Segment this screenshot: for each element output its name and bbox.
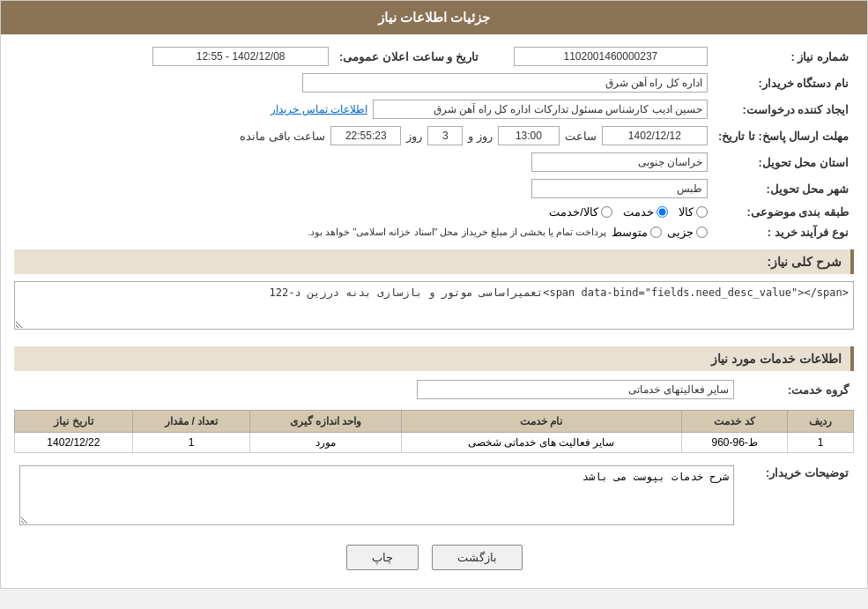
col-service-code: کد خدمت (681, 411, 787, 433)
page-header: جزئیات اطلاعات نیاز (1, 1, 867, 34)
province-label: استان محل تحویل: (713, 149, 854, 175)
purchase-mottavasset[interactable]: متوسط (612, 226, 662, 239)
announce-date-label: تاریخ و ساعت اعلان عمومی: (334, 43, 484, 70)
cell-need-date: 1402/12/22 (15, 433, 133, 453)
category-label: طبقه بندی موضوعی: (713, 202, 854, 222)
contact-link[interactable]: اطلاعات تماس خریدار (271, 103, 367, 115)
col-need-date: تاریخ نیاز (15, 411, 133, 433)
need-number-input[interactable] (514, 47, 708, 66)
remaining-days-input[interactable] (427, 126, 463, 145)
col-quantity: تعداد / مقدار (132, 411, 250, 433)
need-desc-textarea[interactable]: <span data-bind="fields.need_desc_value"… (14, 281, 854, 330)
service-group-input[interactable] (417, 380, 734, 399)
deadline-time-input[interactable] (498, 126, 560, 145)
cell-service-name: سایر فعالیت های خدماتی شخصی (401, 433, 681, 453)
back-button[interactable]: بازگشت (432, 545, 523, 570)
city-input[interactable] (531, 179, 708, 198)
category-kala[interactable]: کالا (679, 205, 708, 219)
page-title: جزئیات اطلاعات نیاز (378, 10, 490, 25)
category-kala-khedmat[interactable]: کالا/خدمت (549, 205, 612, 219)
buyer-org-label: نام دستگاه خریدار: (713, 70, 854, 96)
announce-date-input[interactable] (152, 47, 329, 66)
buyer-org-input[interactable] (302, 73, 708, 93)
days-word: روز (406, 130, 422, 143)
need-desc-label: شرح کلی نیاز: (768, 255, 842, 269)
col-service-name: نام خدمت (401, 411, 681, 433)
button-row: بازگشت چاپ (14, 531, 854, 579)
col-rownum: ردیف (788, 411, 854, 433)
buyer-desc-label: توضیحات خریدار: (739, 462, 854, 531)
cell-quantity: 1 (132, 433, 250, 453)
need-desc-section: شرح کلی نیاز: (14, 249, 854, 274)
table-row: 1 ط-96-960 سایر فعالیت های خدماتی شخصی م… (15, 433, 854, 453)
purchase-type-label: نوع فرآیند خرید : (713, 222, 854, 242)
services-section: اطلاعات خدمات مورد نیاز (14, 346, 854, 371)
creator-input[interactable] (373, 100, 708, 119)
province-input[interactable] (531, 152, 708, 172)
print-button[interactable]: چاپ (346, 545, 419, 570)
creator-label: ایجاد کننده درخواست: (713, 96, 854, 123)
days-label: روز و (468, 130, 493, 143)
col-unit: واحد اندازه گیری (250, 411, 401, 433)
deadline-date-input[interactable] (602, 126, 708, 145)
time-label: ساعت (565, 130, 597, 143)
remaining-label: ساعت باقی مانده (240, 130, 325, 143)
category-khedmat[interactable]: خدمت (623, 205, 668, 219)
need-number-label: شماره نیاز : (713, 43, 854, 70)
cell-service-code: ط-96-960 (681, 433, 787, 453)
cell-unit: مورد (250, 433, 401, 453)
city-label: شهر محل تحویل: (713, 175, 854, 202)
services-label: اطلاعات خدمات مورد نیاز (711, 352, 842, 366)
buyer-desc-textarea[interactable]: شرح خدمات بپوست می باشد (19, 465, 734, 525)
deadline-label: مهلت ارسال پاسخ: تا تاریخ: (713, 123, 854, 149)
service-group-label: گروه خدمت: (739, 376, 854, 403)
remaining-time-input[interactable] (330, 126, 401, 145)
purchase-note: پرداخت تمام یا بخشی از مبلغ خریداز محل "… (308, 227, 606, 238)
cell-rownum: 1 (788, 433, 854, 453)
purchase-jozii[interactable]: جزیی (667, 226, 708, 239)
